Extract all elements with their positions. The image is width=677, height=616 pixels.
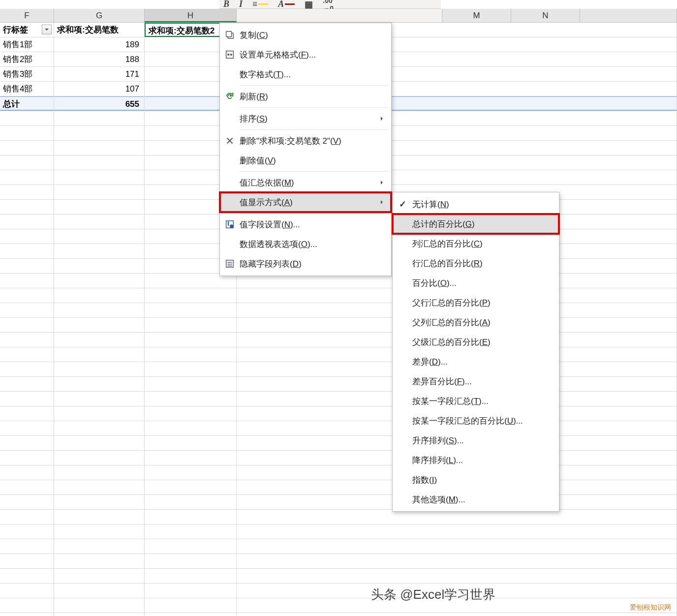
- submenu-item[interactable]: 按某一字段汇总(T)...: [393, 391, 559, 411]
- pivot-row-value[interactable]: 171: [54, 67, 145, 81]
- submenu-item-label: 总计的百分比(G): [412, 218, 555, 230]
- grid-row-blank: [0, 436, 677, 451]
- borders-icon[interactable]: ▦: [305, 0, 313, 10]
- submenu-arrow-icon: [379, 114, 387, 123]
- copy-icon: [220, 30, 240, 40]
- grid-row-blank: [0, 451, 677, 465]
- grid-row-blank: [0, 613, 677, 616]
- submenu-item[interactable]: 差异(D)...: [393, 352, 559, 371]
- menu-item[interactable]: 复制(C): [220, 25, 391, 45]
- submenu-item-label: 父级汇总的百分比(E): [412, 337, 555, 348]
- align-icon[interactable]: ≡: [252, 0, 268, 9]
- menu-item-label: 排序(S): [240, 113, 379, 124]
- menu-item[interactable]: 删除值(V): [220, 151, 391, 170]
- menu-item-label: 数字格式(T)...: [240, 69, 387, 80]
- grid-row-blank: [0, 377, 677, 392]
- pivot-row-label[interactable]: 销售2部: [0, 52, 54, 66]
- submenu-item-label: 父列汇总的百分比(A): [412, 317, 555, 328]
- submenu-item[interactable]: 行汇总的百分比(R): [393, 253, 559, 273]
- svg-point-4: [230, 54, 232, 56]
- grid-row-blank: [0, 406, 677, 421]
- submenu-item[interactable]: 父行汇总的百分比(P): [393, 293, 559, 312]
- pivot-rowlabel-text: 行标签: [3, 25, 28, 34]
- menu-item[interactable]: 数字格式(T)...: [220, 64, 391, 84]
- menu-item[interactable]: i值字段设置(N)...: [220, 215, 391, 234]
- submenu-item-label: 其他选项(M)...: [412, 494, 555, 505]
- submenu-item-label: 百分比(O)...: [412, 277, 555, 289]
- grid-row-blank: [0, 569, 677, 584]
- submenu-item[interactable]: 差异百分比(F)...: [393, 371, 559, 391]
- submenu-item[interactable]: 父列汇总的百分比(A): [393, 312, 559, 332]
- pivot-row-label[interactable]: 销售3部: [0, 67, 54, 81]
- submenu-item[interactable]: 百分比(O)...: [393, 273, 559, 293]
- menu-item-label: 隐藏字段列表(D): [240, 258, 387, 270]
- grid-row-blank: [0, 318, 677, 333]
- submenu-item[interactable]: 列汇总的百分比(C): [393, 234, 559, 253]
- col-header-m[interactable]: M: [442, 9, 511, 22]
- grid-row-blank: [0, 598, 677, 613]
- grid-row-blank: [0, 524, 677, 539]
- menu-item[interactable]: 排序(S): [220, 109, 391, 128]
- submenu-item[interactable]: ✓无计算(N): [393, 194, 559, 214]
- submenu-item-label: 差异百分比(F)...: [412, 376, 555, 387]
- menu-separator: [240, 107, 388, 108]
- pivot-row-label[interactable]: 销售4部: [0, 82, 54, 96]
- pivot-row-label[interactable]: 销售1部: [0, 37, 54, 52]
- col-header-gap: [237, 9, 442, 22]
- pivot-row-value[interactable]: 188: [54, 52, 145, 66]
- submenu-item[interactable]: 降序排列(L)...: [393, 450, 559, 470]
- menu-item[interactable]: 删除"求和项:交易笔数 2"(V): [220, 131, 391, 151]
- font-color-icon[interactable]: A: [278, 0, 295, 9]
- submenu-item-label: 父行汇总的百分比(P): [412, 297, 555, 308]
- svg-rect-1: [226, 31, 232, 37]
- submenu-item[interactable]: 按某一字段汇总的百分比(U)...: [393, 411, 559, 431]
- pivot-row-value[interactable]: 189: [54, 37, 145, 52]
- svg-point-8: [230, 225, 233, 228]
- watermark-site: 爱刨根知识网: [630, 603, 671, 612]
- grid-row-blank: [0, 495, 677, 510]
- pivot-total-value[interactable]: 655: [54, 96, 145, 111]
- grid-row-blank: [0, 288, 677, 303]
- col-header-h[interactable]: H: [145, 9, 237, 22]
- submenu-item-label: 升序排列(S)...: [412, 435, 555, 446]
- menu-item-label: 复制(C): [240, 30, 387, 41]
- format-cells-icon: [220, 49, 240, 60]
- submenu-item-label: 行汇总的百分比(R): [412, 258, 555, 269]
- menu-item[interactable]: 隐藏字段列表(D): [220, 254, 391, 274]
- submenu-item-label: 降序排列(L)...: [412, 455, 555, 466]
- italic-icon[interactable]: I: [239, 0, 243, 9]
- pivot-total-label[interactable]: 总计: [0, 96, 54, 111]
- submenu-arrow-icon: [379, 178, 387, 187]
- menu-item[interactable]: 值汇总依据(M): [220, 173, 391, 192]
- submenu-item[interactable]: 父级汇总的百分比(E): [393, 332, 559, 352]
- submenu-item[interactable]: 其他选项(M)...: [393, 490, 559, 509]
- col-header-f[interactable]: F: [0, 9, 54, 22]
- submenu-item-label: 按某一字段汇总的百分比(U)...: [412, 415, 555, 427]
- menu-item[interactable]: 值显示方式(A): [220, 192, 391, 212]
- grid-row-blank: [0, 303, 677, 318]
- pivot-row-value[interactable]: 107: [54, 82, 145, 96]
- submenu-item[interactable]: 指数(I): [393, 470, 559, 490]
- svg-text:i: i: [228, 222, 229, 226]
- col-header-g[interactable]: G: [54, 9, 145, 22]
- filter-dropdown-icon[interactable]: [42, 25, 52, 34]
- menu-item[interactable]: 数据透视表选项(O)...: [220, 234, 391, 254]
- svg-rect-2: [226, 51, 234, 59]
- menu-item[interactable]: 刷新(R): [220, 87, 391, 106]
- submenu-item[interactable]: 总计的百分比(G): [393, 214, 559, 234]
- check-icon: ✓: [393, 199, 412, 210]
- menu-separator: [240, 129, 388, 130]
- grid-row-blank: [0, 421, 677, 436]
- bold-icon[interactable]: B: [223, 0, 229, 9]
- pivot-rowlabel-header[interactable]: 行标签: [0, 23, 54, 37]
- col-header-n[interactable]: N: [511, 9, 580, 22]
- pivot-col1-header[interactable]: 求和项:交易笔数: [54, 23, 145, 37]
- grid-row-blank: [0, 584, 677, 598]
- grid-row-blank: [0, 392, 677, 406]
- menu-item-label: 设置单元格格式(F)...: [240, 49, 387, 61]
- grid-row-blank: [0, 333, 677, 347]
- submenu-item[interactable]: 升序排列(S)...: [393, 431, 559, 450]
- menu-item[interactable]: 设置单元格格式(F)...: [220, 45, 391, 64]
- grid-row-blank: [0, 554, 677, 569]
- menu-item-label: 值字段设置(N)...: [240, 219, 387, 230]
